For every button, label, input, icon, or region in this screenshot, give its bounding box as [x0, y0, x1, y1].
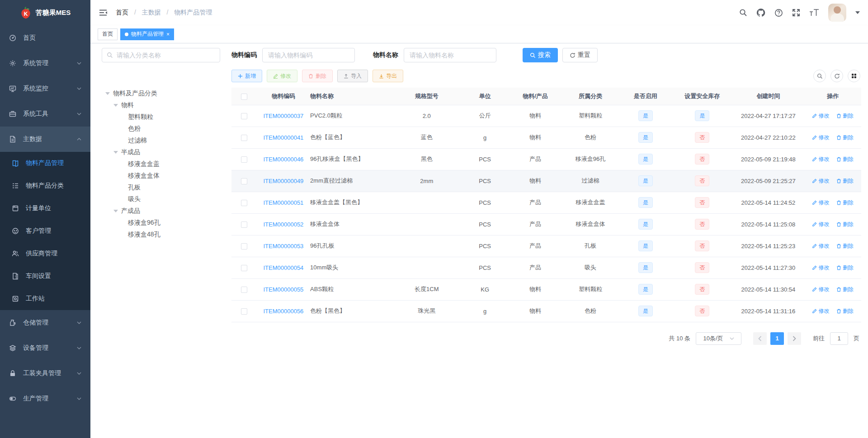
sidebar-item-workstation[interactable]: 工作站	[0, 287, 90, 310]
tree-node[interactable]: 移液盒盒盖	[102, 158, 220, 170]
tab-home[interactable]: 首页	[98, 28, 118, 40]
reset-button[interactable]: 重置	[562, 48, 598, 62]
sidebar-item-workshop-settings[interactable]: 车间设置	[0, 265, 90, 287]
tree-node[interactable]: 移液盒盒体	[102, 170, 220, 182]
breadcrumb-home[interactable]: 首页	[116, 9, 128, 16]
sidebar-item-home[interactable]: 首页	[0, 25, 90, 51]
item-code-link[interactable]: ITEM00000055	[263, 286, 303, 293]
table-row[interactable]: ITEM00000046 96孔移液盒【黑色】 黑色 PCS 产品 移液盒96孔…	[231, 148, 861, 170]
tree-node[interactable]: 物料及产品分类	[102, 88, 220, 99]
delete-link[interactable]: 删除	[836, 177, 854, 185]
edit-link[interactable]: 修改	[812, 177, 829, 185]
search-button[interactable]: 搜索	[523, 48, 558, 62]
edit-link[interactable]: 修改	[812, 112, 829, 120]
item-code-link[interactable]: ITEM00000056	[263, 308, 303, 315]
material-code-input[interactable]	[262, 48, 355, 62]
delete-link[interactable]: 删除	[836, 199, 854, 207]
edit-link[interactable]: 修改	[812, 221, 829, 228]
search-icon[interactable]	[739, 9, 747, 17]
sidebar-item-customer-mgmt[interactable]: 客户管理	[0, 220, 90, 242]
tree-node[interactable]: 吸头	[102, 193, 220, 205]
goto-page-input[interactable]	[830, 332, 848, 345]
sidebar-item-system-monitor[interactable]: 系统监控	[0, 76, 90, 101]
tree-node[interactable]: 产成品	[102, 205, 220, 217]
item-code-link[interactable]: ITEM00000053	[263, 243, 303, 250]
help-icon[interactable]	[774, 9, 783, 17]
category-search-input[interactable]	[102, 48, 220, 62]
sidebar-item-material-product-mgmt[interactable]: 物料产品管理	[0, 152, 90, 174]
sidebar-collapse-icon[interactable]	[99, 8, 108, 17]
row-checkbox[interactable]	[241, 221, 247, 228]
delete-link[interactable]: 删除	[836, 242, 854, 250]
tree-expand-caret-icon[interactable]	[105, 92, 110, 95]
tree-node[interactable]: 过滤棉	[102, 135, 220, 146]
table-row[interactable]: ITEM00000041 色粉【蓝色】 蓝色 g 物料 色粉 是 否 2022-…	[231, 127, 861, 148]
edit-link[interactable]: 修改	[812, 286, 829, 293]
edit-link[interactable]: 修改	[812, 155, 829, 163]
table-row[interactable]: ITEM00000051 移液盒盒盖【黑色】 PCS 产品 移液盒盒盖 是 否 …	[231, 192, 861, 213]
item-code-link[interactable]: ITEM00000052	[263, 221, 303, 228]
page-number-button[interactable]: 1	[770, 332, 784, 345]
github-icon[interactable]	[756, 8, 765, 17]
row-checkbox[interactable]	[241, 156, 247, 163]
item-code-link[interactable]: ITEM00000049	[263, 178, 303, 184]
table-row[interactable]: ITEM00000054 10mm吸头 PCS 产品 吸头 是 否 2022-0…	[231, 257, 861, 278]
tree-node[interactable]: 物料	[102, 99, 220, 111]
sidebar-item-master-data[interactable]: 主数据	[0, 127, 90, 152]
sidebar-item-supplier-mgmt[interactable]: 供应商管理	[0, 242, 90, 265]
prev-page-button[interactable]	[753, 332, 767, 345]
tab-material-product-mgmt[interactable]: 物料产品管理 ×	[120, 28, 174, 40]
table-row[interactable]: ITEM00000055 ABS颗粒 长度1CM KG 物料 塑料颗粒 是 否 …	[231, 278, 861, 300]
item-code-link[interactable]: ITEM00000046	[263, 156, 303, 163]
tree-expand-caret-icon[interactable]	[113, 151, 118, 154]
import-button[interactable]: 导入	[337, 70, 368, 82]
row-checkbox[interactable]	[241, 200, 247, 206]
sidebar-item-tooling-fixture-mgmt[interactable]: 工装夹具管理	[0, 361, 90, 386]
table-row[interactable]: ITEM00000037 PVC2.0颗粒 2.0 公斤 物料 塑料颗粒 是 是…	[231, 105, 861, 127]
delete-link[interactable]: 删除	[836, 155, 854, 163]
edit-link[interactable]: 修改	[812, 242, 829, 250]
sidebar-item-system-tools[interactable]: 系统工具	[0, 101, 90, 127]
table-row[interactable]: ITEM00000056 色粉【黑色】 珠光黑 g 物料 色粉 是 否 2022…	[231, 300, 861, 322]
sidebar-item-warehouse-mgmt[interactable]: 仓储管理	[0, 310, 90, 335]
row-checkbox[interactable]	[241, 243, 247, 250]
tree-node[interactable]: 色粉	[102, 123, 220, 135]
select-all-checkbox[interactable]	[241, 94, 247, 100]
edit-link[interactable]: 修改	[812, 307, 829, 315]
edit-link[interactable]: 修改	[812, 199, 829, 207]
row-checkbox[interactable]	[241, 135, 247, 141]
material-name-input[interactable]	[404, 48, 496, 62]
row-checkbox[interactable]	[241, 308, 247, 315]
row-checkbox[interactable]	[241, 113, 247, 119]
user-menu-caret-icon[interactable]	[855, 11, 860, 14]
item-code-link[interactable]: ITEM00000054	[263, 264, 303, 271]
item-code-link[interactable]: ITEM00000037	[263, 113, 303, 119]
edit-link[interactable]: 修改	[812, 134, 829, 141]
row-checkbox[interactable]	[241, 265, 247, 271]
table-row[interactable]: ITEM00000053 96孔孔板 PCS 产品 孔板 是 否 2022-05…	[231, 235, 861, 257]
tree-node[interactable]: 塑料颗粒	[102, 111, 220, 123]
delete-link[interactable]: 删除	[836, 286, 854, 293]
tree-node[interactable]: 半成品	[102, 146, 220, 158]
table-row[interactable]: ITEM00000049 2mm直径过滤棉 2mm PCS 物料 过滤棉 是 否…	[231, 170, 861, 192]
sidebar-item-material-product-category[interactable]: 物料产品分类	[0, 174, 90, 197]
item-code-link[interactable]: ITEM00000041	[263, 134, 303, 141]
table-row[interactable]: ITEM00000052 移液盒盒体 PCS 产品 移液盒盒体 是 否 2022…	[231, 213, 861, 235]
row-checkbox[interactable]	[241, 178, 247, 184]
toggle-search-icon[interactable]	[813, 70, 826, 82]
refresh-icon[interactable]	[830, 70, 843, 82]
edit-link[interactable]: 修改	[812, 264, 829, 272]
delete-link[interactable]: 删除	[836, 134, 854, 141]
delete-button[interactable]: 删除	[302, 70, 333, 82]
row-checkbox[interactable]	[241, 287, 247, 293]
delete-link[interactable]: 删除	[836, 307, 854, 315]
close-icon[interactable]: ×	[166, 32, 170, 37]
page-size-select[interactable]: 10条/页	[696, 332, 741, 345]
next-page-button[interactable]	[788, 332, 801, 345]
tree-node[interactable]: 孔板	[102, 182, 220, 193]
user-avatar[interactable]	[828, 4, 846, 22]
edit-button[interactable]: 修改	[267, 70, 297, 82]
delete-link[interactable]: 删除	[836, 112, 854, 120]
item-code-link[interactable]: ITEM00000051	[263, 199, 303, 206]
tree-node[interactable]: 移液盒96孔	[102, 217, 220, 229]
